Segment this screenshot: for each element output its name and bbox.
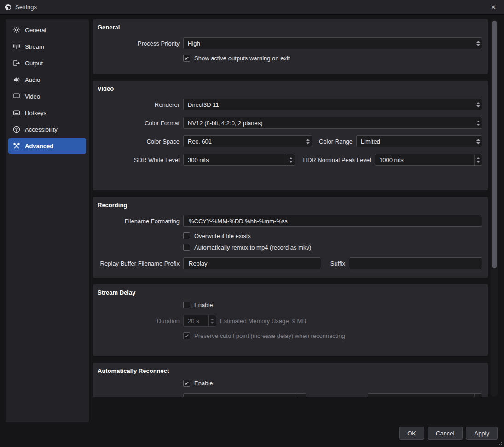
combo-arrows-icon [474,117,482,128]
filename-format-label: Filename Formatting [97,218,180,225]
filename-format-field [183,215,482,227]
color-space-row: Color Space Rec. 601 Color Range Limited [97,135,482,147]
color-range-select[interactable]: Limited [356,135,482,147]
sidebar-item-hotkeys[interactable]: Hotkeys [8,105,86,121]
sdr-white-value: 300 nits [188,157,287,163]
max-retries-value: 25 [372,396,474,397]
dialog-footer: OK Cancel Apply [399,427,498,440]
video-icon [13,93,20,100]
sidebar-item-audio[interactable]: Audio [8,72,86,87]
show-warning-checkbox[interactable] [183,55,190,62]
color-format-value: NV12 (8-bit, 4:2:0, 2 planes) [188,120,474,127]
section-recording: Recording Filename Formatting Overwrite … [93,197,488,278]
color-space-label: Color Space [97,138,180,145]
duration-row: Duration 20 s Estimated Memory Usage: 9 … [97,315,482,327]
color-format-row: Color Format NV12 (8-bit, 4:2:0, 2 plane… [97,117,482,129]
sidebar-item-label: Audio [25,76,40,83]
sidebar-item-advanced[interactable]: Advanced [8,138,86,154]
color-format-select[interactable]: NV12 (8-bit, 4:2:0, 2 planes) [183,117,482,129]
overwrite-row: Overwrite if file exists [183,232,482,239]
section-title: Video [98,85,482,92]
duration-spinbox[interactable]: 20 s [183,315,216,327]
max-retries-spinbox[interactable]: 25 [368,393,482,397]
reconnect-enable-checkbox[interactable] [183,380,190,387]
check-icon [184,333,189,338]
title-bar: Settings ✕ [0,0,504,15]
stream-delay-enable-row: Enable [183,302,482,308]
preserve-cutoff-row: Preserve cutoff point (increase delay) w… [183,332,482,339]
section-title: Automatically Reconnect [98,367,482,374]
section-auto-reconnect: Automatically Reconnect Enable Retry Del… [93,363,488,397]
resize-grip[interactable] [498,441,502,445]
sidebar-item-label: Accessibility [25,126,58,133]
overwrite-checkbox[interactable] [183,232,190,239]
audio-icon [13,76,20,83]
process-priority-select[interactable]: High [183,37,482,49]
process-priority-label: Process Priority [97,40,180,47]
sidebar-item-label: Video [25,93,40,100]
hdr-peak-label: HDR Nominal Peak Level [299,157,371,163]
remux-label: Automatically remux to mp4 (record as mk… [194,244,311,251]
color-space-select[interactable]: Rec. 601 [183,135,312,147]
sdr-white-label: SDR White Level [97,157,180,163]
sidebar-item-stream[interactable]: Stream [8,39,86,54]
suffix-label: Suffix [325,260,345,267]
reconnect-enable-row: Enable [183,380,482,387]
remux-row: Automatically remux to mp4 (record as mk… [183,244,482,251]
section-general: General Process Priority High Show activ… [93,19,488,74]
renderer-select[interactable]: Direct3D 11 [183,99,482,110]
color-range-label: Color Range [316,138,353,145]
sidebar-item-general[interactable]: General [8,22,86,38]
filename-format-input[interactable] [188,217,478,225]
process-priority-row: Process Priority High [97,37,482,49]
section-stream-delay: Stream Delay Enable Duration 20 s Estima… [93,284,488,356]
overwrite-label: Overwrite if file exists [194,232,251,239]
duration-value: 20 s [188,318,208,325]
stream-delay-disabled-group: Duration 20 s Estimated Memory Usage: 9 … [97,315,482,339]
retry-delay-row: Retry Delay 2 s Maximum Retries 25 [97,393,482,397]
sidebar-item-video[interactable]: Video [8,88,86,104]
section-title: General [98,24,482,31]
check-icon [184,381,189,386]
output-icon [13,59,20,67]
combo-arrows-icon [304,136,312,147]
sdr-white-spinbox[interactable]: 300 nits [183,154,295,166]
content-scrollbar[interactable] [491,19,498,397]
memory-usage-text: Estimated Memory Usage: 9 MB [220,318,306,325]
spin-arrows-icon[interactable] [474,394,482,397]
replay-prefix-input[interactable] [188,260,317,267]
retry-delay-spinbox[interactable]: 2 s [183,393,306,397]
spin-arrows-icon[interactable] [287,154,295,165]
preserve-cutoff-checkbox[interactable] [183,332,190,339]
stream-delay-enable-checkbox[interactable] [183,302,190,308]
spin-arrows-icon[interactable] [208,315,216,326]
combo-arrows-icon [474,136,482,147]
section-title: Stream Delay [98,289,482,296]
ok-button[interactable]: OK [399,427,424,440]
sidebar-item-accessibility[interactable]: Accessibility [8,122,86,137]
sidebar-item-label: Output [25,60,43,67]
apply-button[interactable]: Apply [466,427,498,440]
white-level-row: SDR White Level 300 nits HDR Nominal Pea… [97,154,482,166]
hdr-peak-value: 1000 nits [379,157,474,163]
spin-arrows-icon[interactable] [474,154,482,165]
reconnect-enable-label: Enable [194,380,213,387]
sidebar-item-label: Hotkeys [25,110,46,116]
sidebar-item-output[interactable]: Output [8,55,86,71]
cancel-button[interactable]: Cancel [428,427,463,440]
close-icon[interactable]: ✕ [487,3,499,12]
replay-prefix-label: Replay Buffer Filename Prefix [97,260,180,267]
sidebar-item-label: General [25,27,46,34]
hdr-peak-spinbox[interactable]: 1000 nits [375,154,482,166]
replay-prefix-field [183,257,321,269]
spin-arrows-icon[interactable] [298,394,306,397]
remux-checkbox[interactable] [183,244,190,251]
obs-logo-icon [5,4,12,11]
stream-icon [13,43,20,50]
renderer-label: Renderer [97,101,180,108]
advanced-icon [13,142,20,150]
color-range-value: Limited [361,138,474,145]
suffix-input[interactable] [353,260,478,267]
scrollbar-thumb[interactable] [492,21,497,268]
gear-icon [13,26,20,34]
